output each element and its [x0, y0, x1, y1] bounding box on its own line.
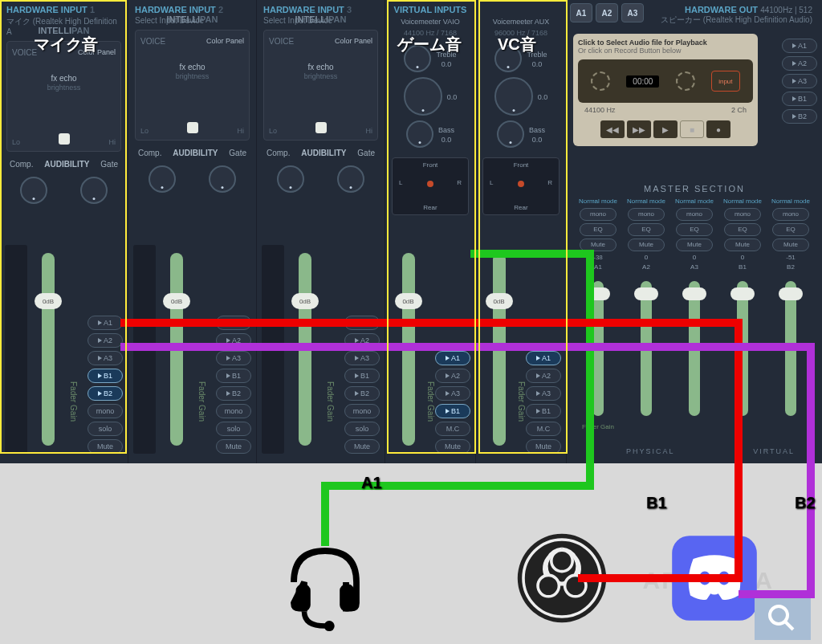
master-a1: Normal mode mono EQ Mute -38 A1 Fader Ga… [576, 198, 621, 463]
label-b2: B2 [795, 494, 816, 512]
hw1-a3[interactable]: A3 [87, 351, 123, 365]
svg-point-6 [538, 575, 559, 596]
svg-point-9 [699, 572, 710, 585]
master-b2: Normal mode mono EQ Mute -51 B2 [768, 198, 813, 463]
svg-point-3 [518, 534, 606, 622]
hw1-mono[interactable]: mono [87, 404, 123, 418]
vi2-a1[interactable]: A1 [526, 351, 561, 365]
hw-input-3: HARDWARE INPUT 3 Select Input Device INT… [257, 0, 385, 463]
hw1-b1[interactable]: B1 [87, 369, 123, 383]
svg-point-5 [551, 550, 572, 571]
label-game: ゲーム音 [397, 34, 462, 55]
hwout-a1[interactable]: A1 [570, 3, 592, 22]
rewind-button[interactable]: ◀◀ [600, 120, 625, 138]
hw1-puck[interactable] [59, 133, 70, 145]
master-b1: Normal mode mono EQ Mute 0 B1 [720, 198, 765, 463]
hw1-mute[interactable]: Mute [87, 439, 123, 454]
search-taskbar-icon [755, 596, 811, 640]
hw1-b2[interactable]: B2 [87, 386, 123, 401]
vi1-fader[interactable]: 0dB [395, 245, 421, 454]
ffwd-button[interactable]: ▶▶ [627, 120, 651, 138]
tape-input[interactable]: input [711, 71, 740, 92]
pb-a2[interactable]: A2 [782, 56, 817, 71]
tape-select-file[interactable]: Click to Select Audio file for Playback [578, 39, 753, 47]
pb-b2[interactable]: B2 [782, 109, 817, 124]
hwout-a2[interactable]: A2 [596, 3, 618, 22]
hw1-gate-knob[interactable] [80, 177, 108, 204]
svg-point-10 [718, 572, 730, 585]
pb-b1[interactable]: B1 [782, 92, 817, 106]
hw1-a2[interactable]: A2 [87, 333, 123, 348]
vi1-b1[interactable]: B1 [435, 404, 470, 418]
hw-input-1: HARDWARE INPUT 1 マイク (Realtek High Defin… [0, 0, 128, 463]
svg-point-7 [565, 575, 586, 596]
pb-a1[interactable]: A1 [782, 39, 817, 53]
discord-icon [666, 530, 763, 626]
vi1-bass-knob[interactable] [406, 120, 433, 148]
obs-icon [514, 530, 610, 626]
vi1-mid-knob[interactable] [404, 77, 442, 116]
label-a1: A1 [361, 474, 382, 492]
hw1-intellipan[interactable]: INTELLIPAN VOICE Color Panel fx echo bri… [6, 41, 121, 152]
vi1-pan[interactable]: Front L R Rear [392, 157, 469, 215]
right-panel: A1 A2 A3 HARDWARE OUT 44100Hz | 512 スピーカ… [567, 0, 822, 463]
hw1-a1[interactable]: A1 [87, 316, 123, 330]
svg-rect-11 [755, 596, 811, 640]
tape-counter: 00:00 [626, 75, 659, 88]
hw1-comp-knob[interactable] [20, 177, 47, 204]
hw1-solo[interactable]: solo [87, 422, 123, 436]
hw1-fader[interactable]: 0dB [32, 245, 64, 454]
voicemeeter-mixer: HARDWARE INPUT 1 マイク (Realtek High Defin… [0, 0, 822, 463]
svg-point-2 [324, 621, 335, 631]
svg-rect-0 [296, 585, 311, 612]
vi1-a1[interactable]: A1 [435, 351, 470, 365]
vi2-fader[interactable]: 0dB [486, 245, 512, 454]
play-button[interactable]: ▶ [653, 120, 678, 138]
master-a2: Normal mode mono EQ Mute 0 A2 [624, 198, 669, 463]
hw2-intellipan[interactable]: INTELLIPAN VOICE Color Panel fx echo bri… [135, 30, 250, 141]
reel-icon [676, 71, 695, 91]
svg-rect-1 [340, 585, 354, 612]
hw1-title: HARDWARE INPUT 1 [3, 3, 124, 16]
hw3-intellipan[interactable]: INTELLIPAN VOICE Color Panel fx echo bri… [263, 30, 378, 141]
label-vc: VC音 [498, 34, 536, 55]
label-mic: マイク音 [34, 34, 98, 55]
virtual-input-aux: Voicemeeter AUX 96000 Hz / 7168 Treble0.… [476, 0, 567, 463]
reel-icon [591, 71, 610, 91]
headset-icon [273, 530, 377, 634]
master-a3: Normal mode mono EQ Mute 0 A3 [672, 198, 717, 463]
hw1-meters [5, 245, 27, 454]
tape-deck: Click to Select Audio file for Playback … [573, 34, 758, 146]
pb-a3[interactable]: A3 [782, 74, 817, 88]
hwout-a3[interactable]: A3 [621, 3, 644, 22]
hw-input-2: HARDWARE INPUT 2 Select Input Device INT… [128, 0, 257, 463]
virtual-input-vaio: VIRTUAL INPUTS Voicemeeter VAIO 44100 Hz… [385, 0, 476, 463]
label-b1: B1 [646, 494, 667, 512]
record-button[interactable]: ● [706, 120, 730, 138]
stop-button[interactable]: ■ [680, 120, 704, 138]
